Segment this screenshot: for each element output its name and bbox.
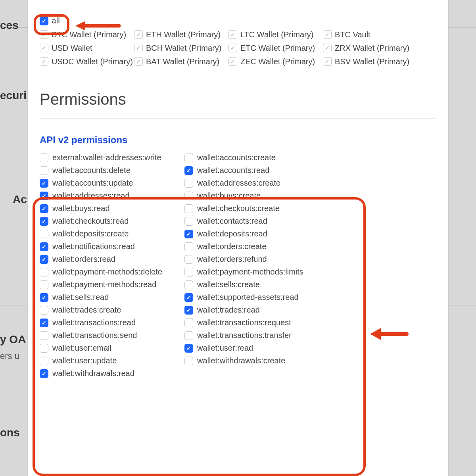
checkbox-permission[interactable]	[40, 357, 48, 365]
permission-item: external:wallet-addresses:write	[40, 153, 180, 162]
checkbox-all-label: all	[52, 16, 60, 25]
permission-label: wallet:payment-methods:read	[52, 280, 156, 289]
checkbox-account[interactable]	[323, 57, 332, 66]
permission-label: wallet:user:update	[52, 356, 117, 365]
checkbox-permission[interactable]	[184, 319, 193, 327]
checkbox-permission[interactable]	[40, 331, 48, 340]
checkbox-permission[interactable]	[184, 179, 193, 188]
checkbox-account[interactable]	[40, 44, 48, 52]
account-item: BSV Wallet (Primary)	[323, 56, 417, 67]
permission-item: wallet:sells:read	[40, 292, 180, 302]
checkbox-permission[interactable]	[40, 192, 48, 200]
checkbox-account[interactable]	[40, 57, 48, 66]
bg-text: Ac	[13, 193, 27, 206]
checkbox-account[interactable]	[323, 30, 332, 39]
checkbox-permission[interactable]	[184, 357, 193, 365]
checkbox-permission[interactable]	[40, 166, 48, 175]
checkbox-permission[interactable]	[40, 179, 48, 188]
checkbox-permission[interactable]	[40, 344, 48, 353]
checkbox-all[interactable]	[40, 17, 48, 25]
checkbox-account[interactable]	[228, 30, 237, 39]
checkbox-account[interactable]	[228, 57, 237, 66]
checkbox-permission[interactable]	[40, 154, 48, 162]
permission-label: wallet:buys:create	[197, 191, 261, 200]
checkbox-permission[interactable]	[184, 293, 193, 302]
checkbox-permission[interactable]	[40, 242, 48, 251]
permission-label: wallet:accounts:delete	[52, 166, 131, 175]
account-item: ZEC Wallet (Primary)	[228, 56, 323, 67]
account-item: BAT Wallet (Primary)	[134, 56, 228, 67]
permission-item: wallet:user:email	[40, 343, 180, 353]
permission-label: wallet:trades:read	[197, 305, 260, 315]
checkbox-permission[interactable]	[40, 204, 48, 213]
checkbox-account[interactable]	[134, 57, 143, 66]
checkbox-permission[interactable]	[40, 319, 48, 327]
checkbox-permission[interactable]	[184, 306, 193, 315]
permission-label: wallet:trades:create	[52, 305, 121, 315]
account-label: ETH Wallet (Primary)	[146, 29, 221, 40]
permission-item: wallet:sells:create	[184, 280, 325, 289]
checkbox-account[interactable]	[228, 44, 237, 52]
permission-label: wallet:user:email	[52, 344, 111, 353]
checkbox-permission[interactable]	[40, 293, 48, 302]
permission-label: wallet:orders:refund	[197, 255, 267, 264]
permission-item: wallet:contacts:read	[184, 216, 325, 226]
permission-label: wallet:checkouts:read	[52, 217, 129, 226]
permission-item: wallet:orders:refund	[184, 254, 325, 264]
permission-item: wallet:accounts:delete	[40, 165, 180, 175]
checkbox-permission[interactable]	[184, 331, 193, 340]
checkbox-permission[interactable]	[184, 255, 193, 264]
checkbox-permission[interactable]	[40, 217, 48, 226]
bg-text: ers u	[0, 351, 19, 361]
permissions-heading: Permissions	[40, 90, 436, 119]
account-label: BSV Wallet (Primary)	[335, 56, 409, 67]
checkbox-permission[interactable]	[184, 217, 193, 226]
checkbox-permission[interactable]	[184, 154, 193, 162]
permission-label: wallet:checkouts:create	[197, 204, 280, 213]
account-item: BTC Wallet (Primary)	[40, 29, 134, 40]
checkbox-permission[interactable]	[184, 242, 193, 251]
api-v2-heading: API v2 permissions	[40, 134, 436, 146]
account-label: ETC Wallet (Primary)	[240, 43, 315, 53]
bg-text: ecuri	[0, 89, 27, 102]
permission-label: wallet:orders:read	[52, 255, 115, 264]
permission-label: wallet:notifications:read	[52, 242, 135, 251]
permission-item: wallet:trades:create	[40, 305, 180, 315]
checkbox-permission[interactable]	[184, 268, 193, 276]
bg-text: ons	[0, 426, 20, 439]
account-item: ETH Wallet (Primary)	[134, 29, 228, 40]
checkbox-permission[interactable]	[40, 280, 48, 289]
account-label: ZRX Wallet (Primary)	[335, 43, 409, 53]
checkbox-permission[interactable]	[40, 255, 48, 264]
checkbox-account[interactable]	[134, 30, 143, 39]
checkbox-permission[interactable]	[184, 192, 193, 200]
permission-item: wallet:withdrawals:create	[184, 356, 325, 365]
account-label: ZEC Wallet (Primary)	[240, 56, 315, 67]
permission-item: wallet:user:read	[184, 343, 325, 353]
checkbox-permission[interactable]	[40, 230, 48, 238]
checkbox-account[interactable]	[134, 44, 143, 52]
account-item: ETC Wallet (Primary)	[228, 43, 323, 53]
checkbox-account[interactable]	[40, 30, 48, 39]
checkbox-permission[interactable]	[184, 280, 193, 289]
permission-item: wallet:payment-methods:read	[40, 280, 180, 289]
permission-item: wallet:addresses:create	[184, 178, 325, 188]
account-label: BTC Vault	[335, 29, 370, 40]
account-label: BCH Wallet (Primary)	[146, 43, 221, 53]
permission-label: wallet:transactions:transfer	[197, 331, 292, 340]
permission-item: wallet:buys:create	[184, 191, 325, 200]
checkbox-permission[interactable]	[184, 204, 193, 213]
permission-item: wallet:transactions:read	[40, 318, 180, 327]
permission-item: wallet:supported-assets:read	[184, 292, 325, 302]
permission-label: wallet:transactions:send	[52, 331, 137, 340]
checkbox-account[interactable]	[323, 44, 332, 52]
permission-item: wallet:deposits:create	[40, 229, 180, 238]
checkbox-permission[interactable]	[40, 268, 48, 276]
permission-item: wallet:checkouts:read	[40, 216, 180, 226]
checkbox-permission[interactable]	[40, 369, 48, 378]
checkbox-permission[interactable]	[184, 230, 193, 238]
checkbox-permission[interactable]	[40, 306, 48, 315]
checkbox-permission[interactable]	[184, 166, 193, 175]
checkbox-permission[interactable]	[184, 344, 193, 353]
account-item: USD Wallet	[40, 43, 134, 53]
